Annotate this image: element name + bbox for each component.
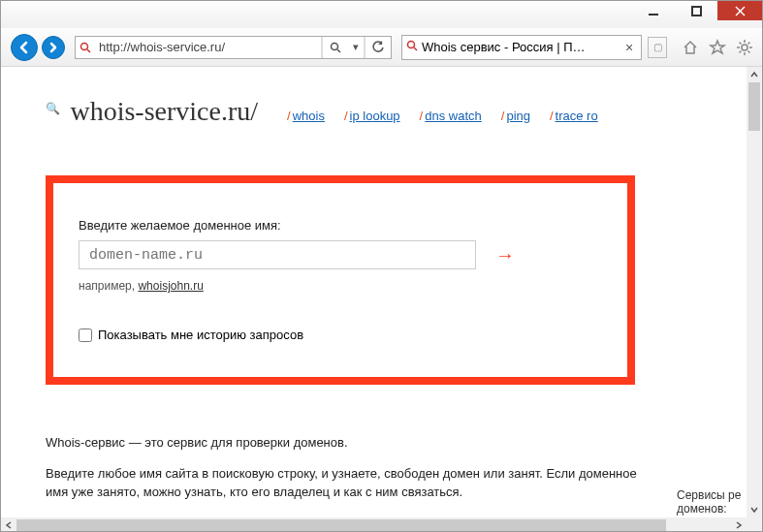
page-content: 🔍 whois-service.ru/ /whois /ip lookup /d… (1, 67, 747, 517)
minimize-button[interactable] (632, 1, 675, 20)
domain-input-label: Введите желаемое доменное имя: (79, 218, 598, 233)
svg-line-7 (337, 49, 340, 52)
submit-arrow-button[interactable]: → (495, 244, 514, 266)
tab-close-button[interactable]: × (621, 40, 637, 55)
settings-gear-icon[interactable] (735, 38, 754, 57)
viewport: 🔍 whois-service.ru/ /whois /ip lookup /d… (1, 67, 762, 532)
history-label: Показывать мне историю запросов (98, 328, 303, 342)
nav-dns-watch[interactable]: dns watch (425, 109, 482, 123)
window-controls (632, 1, 762, 20)
hscroll-thumb[interactable] (16, 519, 666, 531)
nav-ip-lookup[interactable]: ip lookup (350, 109, 400, 123)
maximize-button[interactable] (675, 1, 717, 20)
address-dropdown-icon[interactable]: ▾ (348, 41, 364, 53)
example-text: например, whoisjohn.ru (79, 279, 598, 293)
svg-rect-1 (692, 7, 701, 16)
desc-p1: Whois-сервис — это сервис для проверки д… (46, 433, 637, 453)
page-title: whois-service.ru/ (70, 96, 258, 126)
search-go-icon[interactable] (323, 42, 348, 53)
svg-line-15 (740, 42, 742, 44)
svg-point-10 (742, 45, 747, 50)
description: Whois-сервис — это сервис для проверки д… (46, 433, 637, 517)
back-button[interactable] (11, 34, 38, 61)
example-link[interactable]: whoisjohn.ru (138, 279, 203, 293)
svg-line-9 (414, 47, 417, 50)
search-form-box: Введите желаемое доменное имя: → наприме… (46, 175, 635, 385)
svg-line-16 (748, 50, 750, 52)
svg-line-18 (748, 42, 750, 44)
url-text[interactable]: http://whois-service.ru/ (95, 40, 321, 54)
tab-title: Whois сервис - Россия | П… (422, 40, 618, 54)
address-bar[interactable]: http://whois-service.ru/ ▾ (75, 36, 392, 59)
top-nav: /whois /ip lookup /dns watch /ping /trac… (287, 109, 598, 123)
home-icon[interactable] (681, 38, 700, 57)
refresh-button[interactable] (366, 41, 391, 54)
search-icon (76, 42, 95, 53)
svg-line-17 (740, 50, 742, 52)
svg-point-4 (81, 43, 88, 49)
domain-input[interactable] (79, 240, 476, 269)
scroll-corner (747, 517, 762, 532)
new-tab-button[interactable]: ▢ (648, 37, 667, 58)
scroll-right-arrow[interactable] (731, 517, 747, 532)
nav-traceroute[interactable]: trace ro (556, 109, 598, 123)
toolbar: http://whois-service.ru/ ▾ Whois сервис … (1, 28, 762, 67)
nav-ping[interactable]: ping (506, 109, 530, 123)
svg-point-6 (332, 43, 338, 49)
close-button[interactable] (717, 1, 762, 20)
svg-point-8 (408, 42, 415, 48)
history-checkbox[interactable] (79, 329, 92, 342)
vertical-scrollbar[interactable] (747, 67, 762, 517)
svg-line-5 (87, 49, 90, 52)
nav-whois[interactable]: whois (293, 109, 325, 123)
scroll-up-arrow[interactable] (747, 67, 762, 82)
horizontal-scrollbar[interactable] (1, 517, 747, 532)
search-mark-icon: 🔍 (46, 102, 60, 115)
vscroll-thumb[interactable] (748, 82, 760, 131)
toolbar-icons (681, 38, 754, 57)
forward-button[interactable] (42, 36, 65, 59)
desc-p2: Введите любое имя сайта в поисковую стро… (46, 464, 637, 502)
favicon-search-icon (406, 40, 418, 54)
browser-tab[interactable]: Whois сервис - Россия | П… × (401, 35, 642, 60)
title-bar (1, 1, 762, 28)
scroll-down-arrow[interactable] (747, 502, 762, 517)
page-header: 🔍 whois-service.ru/ /whois /ip lookup /d… (46, 96, 747, 127)
favorites-icon[interactable] (708, 38, 727, 57)
scroll-left-arrow[interactable] (1, 517, 16, 532)
